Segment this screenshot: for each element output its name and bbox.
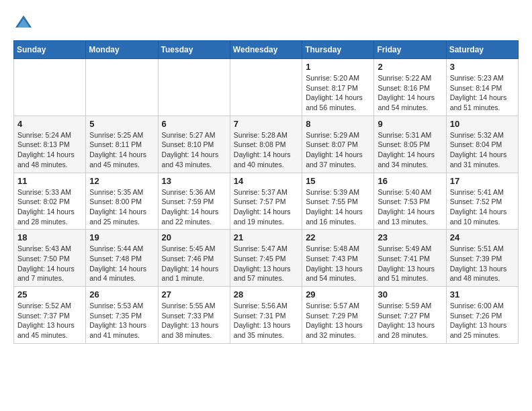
day-info: Sunrise: 5:41 AM Sunset: 7:52 PM Dayligh…: [450, 187, 515, 227]
day-cell: 29Sunrise: 5:57 AM Sunset: 7:29 PM Dayli…: [302, 287, 374, 344]
day-info: Sunrise: 5:52 AM Sunset: 7:37 PM Dayligh…: [17, 301, 82, 340]
day-info: Sunrise: 5:40 AM Sunset: 7:53 PM Dayligh…: [378, 187, 442, 227]
day-number: 18: [17, 232, 82, 242]
day-cell: 4Sunrise: 5:24 AM Sunset: 8:13 PM Daylig…: [14, 116, 86, 173]
weekday-header-saturday: Saturday: [446, 41, 518, 59]
calendar-page: SundayMondayTuesdayWednesdayThursdayFrid…: [0, 0, 532, 351]
day-number: 8: [306, 119, 370, 129]
day-cell: 24Sunrise: 5:51 AM Sunset: 7:39 PM Dayli…: [446, 230, 518, 287]
day-number: 20: [162, 232, 226, 242]
day-cell: 11Sunrise: 5:33 AM Sunset: 8:02 PM Dayli…: [14, 173, 86, 230]
day-number: 29: [306, 289, 370, 300]
day-info: Sunrise: 5:44 AM Sunset: 7:48 PM Dayligh…: [89, 244, 154, 283]
day-cell: 22Sunrise: 5:48 AM Sunset: 7:43 PM Dayli…: [302, 230, 374, 287]
day-info: Sunrise: 6:00 AM Sunset: 7:26 PM Dayligh…: [450, 301, 515, 340]
day-cell: [230, 59, 302, 116]
day-cell: 3Sunrise: 5:23 AM Sunset: 8:14 PM Daylig…: [446, 59, 518, 116]
day-number: 11: [17, 176, 82, 186]
day-info: Sunrise: 5:28 AM Sunset: 8:08 PM Dayligh…: [234, 130, 298, 170]
day-cell: 12Sunrise: 5:35 AM Sunset: 8:00 PM Dayli…: [86, 173, 158, 230]
day-info: Sunrise: 5:24 AM Sunset: 8:13 PM Dayligh…: [17, 130, 82, 170]
day-info: Sunrise: 5:47 AM Sunset: 7:45 PM Dayligh…: [234, 244, 298, 283]
day-info: Sunrise: 5:27 AM Sunset: 8:10 PM Dayligh…: [162, 130, 226, 170]
day-cell: 30Sunrise: 5:59 AM Sunset: 7:27 PM Dayli…: [374, 287, 446, 344]
day-cell: 8Sunrise: 5:29 AM Sunset: 8:07 PM Daylig…: [302, 116, 374, 173]
day-number: 26: [89, 289, 154, 300]
day-info: Sunrise: 5:48 AM Sunset: 7:43 PM Dayligh…: [306, 244, 370, 283]
day-info: Sunrise: 5:29 AM Sunset: 8:07 PM Dayligh…: [306, 130, 370, 170]
day-info: Sunrise: 5:56 AM Sunset: 7:31 PM Dayligh…: [234, 301, 298, 340]
day-number: 9: [378, 119, 442, 129]
day-cell: 7Sunrise: 5:28 AM Sunset: 8:08 PM Daylig…: [230, 116, 302, 173]
day-info: Sunrise: 5:22 AM Sunset: 8:16 PM Dayligh…: [378, 73, 442, 113]
day-number: 27: [162, 289, 226, 300]
day-number: 21: [234, 232, 298, 242]
day-number: 3: [450, 62, 515, 72]
day-info: Sunrise: 5:39 AM Sunset: 7:55 PM Dayligh…: [306, 187, 370, 227]
day-info: Sunrise: 5:57 AM Sunset: 7:29 PM Dayligh…: [306, 301, 370, 340]
day-info: Sunrise: 5:20 AM Sunset: 8:17 PM Dayligh…: [306, 73, 370, 113]
day-number: 24: [450, 232, 515, 242]
day-info: Sunrise: 5:31 AM Sunset: 8:05 PM Dayligh…: [378, 130, 442, 170]
day-cell: 10Sunrise: 5:32 AM Sunset: 8:04 PM Dayli…: [446, 116, 518, 173]
day-number: 28: [234, 289, 298, 300]
day-info: Sunrise: 5:49 AM Sunset: 7:41 PM Dayligh…: [378, 244, 442, 283]
day-number: 6: [162, 119, 226, 129]
day-cell: [158, 59, 230, 116]
day-number: 16: [378, 176, 442, 186]
day-number: 25: [17, 289, 82, 300]
day-cell: 28Sunrise: 5:56 AM Sunset: 7:31 PM Dayli…: [230, 287, 302, 344]
day-cell: 2Sunrise: 5:22 AM Sunset: 8:16 PM Daylig…: [374, 59, 446, 116]
week-row-4: 18Sunrise: 5:43 AM Sunset: 7:50 PM Dayli…: [14, 230, 519, 287]
calendar-table: SundayMondayTuesdayWednesdayThursdayFrid…: [13, 40, 519, 344]
day-cell: 1Sunrise: 5:20 AM Sunset: 8:17 PM Daylig…: [302, 59, 374, 116]
day-number: 7: [234, 119, 298, 129]
weekday-header-wednesday: Wednesday: [230, 41, 302, 59]
weekday-header-tuesday: Tuesday: [158, 41, 230, 59]
day-cell: 18Sunrise: 5:43 AM Sunset: 7:50 PM Dayli…: [14, 230, 86, 287]
day-info: Sunrise: 5:53 AM Sunset: 7:35 PM Dayligh…: [89, 301, 154, 340]
day-cell: 23Sunrise: 5:49 AM Sunset: 7:41 PM Dayli…: [374, 230, 446, 287]
day-cell: 25Sunrise: 5:52 AM Sunset: 7:37 PM Dayli…: [14, 287, 86, 344]
weekday-header-friday: Friday: [374, 41, 446, 59]
day-info: Sunrise: 5:23 AM Sunset: 8:14 PM Dayligh…: [450, 73, 515, 113]
logo: [13, 13, 36, 34]
week-row-3: 11Sunrise: 5:33 AM Sunset: 8:02 PM Dayli…: [14, 173, 519, 230]
day-number: 12: [89, 176, 154, 186]
week-row-5: 25Sunrise: 5:52 AM Sunset: 7:37 PM Dayli…: [14, 287, 519, 344]
week-row-2: 4Sunrise: 5:24 AM Sunset: 8:13 PM Daylig…: [14, 116, 519, 173]
day-cell: 31Sunrise: 6:00 AM Sunset: 7:26 PM Dayli…: [446, 287, 518, 344]
day-cell: 15Sunrise: 5:39 AM Sunset: 7:55 PM Dayli…: [302, 173, 374, 230]
day-cell: 9Sunrise: 5:31 AM Sunset: 8:05 PM Daylig…: [374, 116, 446, 173]
day-number: 14: [234, 176, 298, 186]
day-number: 22: [306, 232, 370, 242]
day-cell: 20Sunrise: 5:45 AM Sunset: 7:46 PM Dayli…: [158, 230, 230, 287]
day-number: 13: [162, 176, 226, 186]
day-number: 10: [450, 119, 515, 129]
day-number: 5: [89, 119, 154, 129]
day-cell: [14, 59, 86, 116]
day-cell: 17Sunrise: 5:41 AM Sunset: 7:52 PM Dayli…: [446, 173, 518, 230]
day-cell: 6Sunrise: 5:27 AM Sunset: 8:10 PM Daylig…: [158, 116, 230, 173]
weekday-header-monday: Monday: [86, 41, 158, 59]
weekday-header-thursday: Thursday: [302, 41, 374, 59]
day-cell: 13Sunrise: 5:36 AM Sunset: 7:59 PM Dayli…: [158, 173, 230, 230]
day-number: 30: [378, 289, 442, 300]
day-info: Sunrise: 5:32 AM Sunset: 8:04 PM Dayligh…: [450, 130, 515, 170]
day-info: Sunrise: 5:51 AM Sunset: 7:39 PM Dayligh…: [450, 244, 515, 283]
day-info: Sunrise: 5:36 AM Sunset: 7:59 PM Dayligh…: [162, 187, 226, 227]
day-cell: [86, 59, 158, 116]
day-number: 1: [306, 62, 370, 72]
day-number: 17: [450, 176, 515, 186]
day-cell: 14Sunrise: 5:37 AM Sunset: 7:57 PM Dayli…: [230, 173, 302, 230]
logo-icon: [13, 13, 34, 34]
day-info: Sunrise: 5:33 AM Sunset: 8:02 PM Dayligh…: [17, 187, 82, 227]
day-number: 4: [17, 119, 82, 129]
day-info: Sunrise: 5:55 AM Sunset: 7:33 PM Dayligh…: [162, 301, 226, 340]
day-info: Sunrise: 5:35 AM Sunset: 8:00 PM Dayligh…: [89, 187, 154, 227]
day-cell: 21Sunrise: 5:47 AM Sunset: 7:45 PM Dayli…: [230, 230, 302, 287]
header: [13, 13, 519, 34]
day-cell: 5Sunrise: 5:25 AM Sunset: 8:11 PM Daylig…: [86, 116, 158, 173]
day-info: Sunrise: 5:43 AM Sunset: 7:50 PM Dayligh…: [17, 244, 82, 283]
day-cell: 16Sunrise: 5:40 AM Sunset: 7:53 PM Dayli…: [374, 173, 446, 230]
